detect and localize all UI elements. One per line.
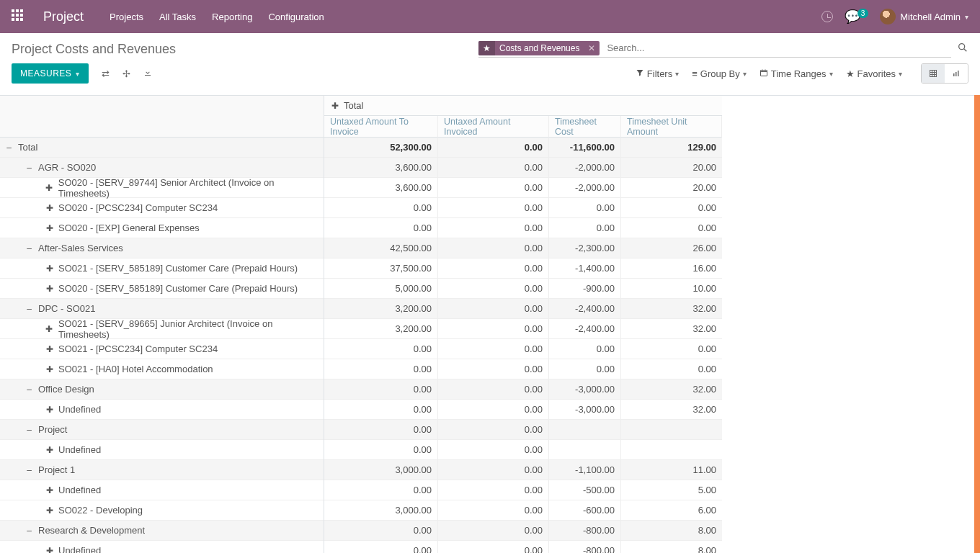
pivot-row-header[interactable]: ✚SO020 - [EXP] General Expenses [0,218,324,238]
pivot-row-label: SO020 - [SERV_585189] Customer Care (Pre… [58,283,298,294]
pivot-row-header[interactable]: –AGR - SO020 [0,158,324,178]
chat-badge: 3 [858,9,869,18]
pivot-cell: 0.00 [438,299,549,318]
pivot-cell: 3,000.00 [324,500,438,520]
pivot-row-header[interactable]: ✚SO020 - [SERV_585189] Customer Care (Pr… [0,279,324,299]
minus-icon: – [24,304,34,313]
flip-axis-icon[interactable]: ⇄ [102,68,110,79]
pivot-row-header[interactable]: ✚Undefined [0,541,324,553]
app-brand[interactable]: Project [43,9,84,24]
pivot-row-label: SO020 - [PCSC234] Computer SC234 [58,202,218,213]
pivot-data-row: 3,000.000.00-600.006.00 [324,500,722,521]
pivot-cell [549,420,621,439]
pivot-cell: 0.00 [324,218,438,238]
pivot-cell: 0.00 [324,339,438,359]
pivot-row-label: SO021 - [HA0] Hotel Accommodation [58,364,213,374]
pivot-cell: 0.00 [324,480,438,500]
pivot-row-label: Undefined [58,444,101,455]
pivot-row-header[interactable]: ✚SO022 - Developing [0,500,324,521]
pivot-row-label: SO020 - [EXP] General Expenses [58,222,200,233]
list-icon: ≡ [692,68,698,79]
favorites-button[interactable]: ★ Favorites ▾ [842,66,906,82]
pivot-cell: 0.00 [324,359,438,379]
search-icon[interactable] [957,42,968,56]
pivot-row-header[interactable]: ✚SO021 - [SERV_585189] Customer Care (Pr… [0,258,324,279]
pivot-cell: -3,000.00 [549,400,621,419]
pivot-row-header[interactable]: –After-Sales Services [0,238,324,258]
pivot-cell: 0.00 [438,158,549,177]
pivot-row-header[interactable]: –Total [0,138,324,158]
pivot-row-headers: –Total–AGR - SO020✚SO020 - [SERV_89744] … [0,96,324,553]
pivot-row-header[interactable]: –Office Design [0,379,324,400]
pivot-row-header[interactable]: –DPC - SO021 [0,299,324,319]
scrollbar-track[interactable] [974,95,980,553]
pivot-cell: 32.00 [621,379,722,399]
pivot-row-label: SO021 - [PCSC234] Computer SC234 [58,343,218,354]
user-menu[interactable]: Mitchell Admin ▾ [880,9,968,24]
pivot-row-header[interactable]: –Research & Development [0,521,324,541]
filters-button[interactable]: Filters ▾ [631,66,683,82]
pivot-cell: 0.00 [621,359,722,379]
pivot-cell: -11,600.00 [549,138,621,157]
measures-button[interactable]: MEASURES ▾ [12,63,89,84]
pivot-cell: 0.00 [324,379,438,399]
pivot-row-header[interactable]: ✚SO021 - [PCSC234] Computer SC234 [0,339,324,359]
pivot-cell: 32.00 [621,299,722,318]
groupby-label: Group By [700,68,740,79]
pivot-data-row: 3,000.000.00-1,100.0011.00 [324,460,722,480]
avatar [880,9,896,24]
pivot-row-header[interactable]: ✚Undefined [0,480,324,500]
minus-icon: – [24,526,34,535]
nav-item-reporting[interactable]: Reporting [212,12,252,22]
pivot-cell: 5,000.00 [324,279,438,298]
apps-icon[interactable] [12,9,26,24]
pivot-data-row: 3,600.000.00-2,000.0020.00 [324,158,722,178]
pivot-row-header[interactable]: ✚SO020 - [SERV_89744] Senior Architect (… [0,178,324,198]
pivot-row-header[interactable]: –Project [0,420,324,440]
pivot-cell: 0.00 [438,521,549,540]
pivot-cell: 0.00 [438,178,549,197]
download-icon[interactable] [143,68,152,79]
svg-point-0 [959,44,965,50]
pivot-row-header[interactable]: ✚SO021 - [HA0] Hotel Accommodation [0,359,324,379]
pivot-row-header[interactable]: ✚Undefined [0,440,324,460]
timeranges-button[interactable]: Time Ranges ▾ [755,66,837,82]
toolbar-icons: ⇄ ✢ [102,68,152,79]
pivot-cell: 20.00 [621,158,722,177]
col-head[interactable]: Timesheet Unit Amount [621,116,722,138]
nav-item-alltasks[interactable]: All Tasks [159,12,196,22]
nav-item-configuration[interactable]: Configuration [268,12,324,22]
pivot-row-header[interactable]: –Project 1 [0,460,324,480]
pivot-cell: 8.00 [621,541,722,553]
col-head[interactable]: Timesheet Cost [549,116,621,138]
pivot-row-label: SO022 - Developing [58,505,143,516]
pivot-view-button[interactable] [922,64,945,83]
pivot-row-header[interactable]: ✚SO020 - [PCSC234] Computer SC234 [0,198,324,218]
expand-icon[interactable]: ✢ [122,68,130,79]
control-bar: Project Costs and Revenues ★ Costs and R… [0,33,980,86]
pivot-row-label: Project [38,424,67,435]
pivot-cell: 0.00 [549,218,621,238]
pivot-row-header[interactable]: ✚Undefined [0,400,324,420]
plus-icon: ✚ [45,324,54,333]
nav-item-projects[interactable]: Projects [110,12,143,22]
pivot-cell: 0.00 [438,198,549,217]
pivot-row-label: SO021 - [SERV_585189] Customer Care (Pre… [58,263,298,274]
minus-icon: – [24,163,34,172]
groupby-button[interactable]: ≡ Group By ▾ [687,66,751,82]
facet-close-icon[interactable]: ✕ [584,41,600,55]
search-input[interactable] [604,40,951,55]
pivot-row-header[interactable]: ✚SO021 - [SERV_89665] Junior Architect (… [0,319,324,339]
col-head[interactable]: Untaxed Amount To Invoice [324,116,438,138]
chat-button[interactable]: 💬 3 [845,9,869,24]
graph-view-button[interactable] [945,64,968,83]
pivot-col-total[interactable]: ✚ Total [324,96,722,116]
pivot-data-row: 0.000.00-800.008.00 [324,521,722,541]
clock-icon[interactable] [821,11,833,22]
svg-rect-13 [958,71,959,76]
col-head[interactable]: Untaxed Amount Invoiced [438,116,549,138]
pivot-cell: 10.00 [621,279,722,298]
pivot-cell: 0.00 [438,420,549,439]
user-name: Mitchell Admin [900,12,961,22]
pivot-row-label: Undefined [58,485,101,495]
